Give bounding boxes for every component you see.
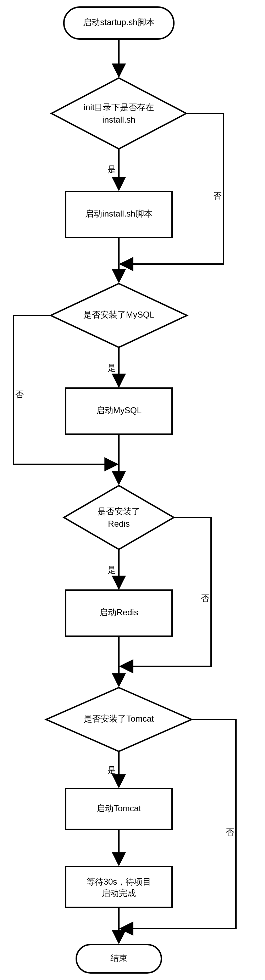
node-decision-redis: 是否安装了 Redis — [64, 485, 174, 549]
node-decision-install: init目录下是否存在 install.sh — [51, 78, 186, 149]
node-process-mysql: 启动MySQL — [65, 388, 172, 434]
dec-redis-line2: Redis — [108, 519, 129, 528]
label-decredis-yes: 是 — [107, 565, 116, 574]
svg-rect-9 — [65, 867, 172, 907]
dec-tomcat-text: 是否安装了Tomcat — [84, 714, 154, 723]
proc-install-text: 启动install.sh脚本 — [85, 209, 152, 218]
node-start: 启动startup.sh脚本 — [64, 7, 174, 39]
node-process-tomcat: 启动Tomcat — [65, 789, 172, 829]
dec-mysql-text: 是否安装了MySQL — [83, 310, 154, 319]
node-decision-mysql: 是否安装了MySQL — [51, 283, 187, 347]
svg-marker-1 — [51, 78, 186, 149]
node-process-redis: 启动Redis — [65, 590, 172, 636]
node-process-wait: 等待30s，待项目 启动完成 — [65, 867, 172, 907]
dec-install-line1: init目录下是否存在 — [84, 102, 154, 112]
proc-mysql-text: 启动MySQL — [96, 406, 142, 415]
node-decision-tomcat: 是否安装了Tomcat — [46, 687, 192, 751]
node-process-install: 启动install.sh脚本 — [65, 191, 172, 237]
proc-tomcat-text: 启动Tomcat — [96, 803, 141, 813]
proc-redis-text: 启动Redis — [99, 608, 138, 617]
svg-marker-5 — [64, 485, 174, 549]
start-text: 启动startup.sh脚本 — [83, 18, 154, 27]
label-dectomcat-yes: 是 — [107, 765, 116, 775]
dec-install-line2: install.sh — [102, 115, 135, 124]
dec-redis-line1: 是否安装了 — [97, 506, 140, 516]
label-decmysql-no: 否 — [15, 390, 24, 399]
label-dectomcat-no: 否 — [226, 827, 234, 837]
label-decinstall-no: 否 — [213, 191, 222, 200]
end-text: 结束 — [110, 953, 127, 963]
proc-wait-line1: 等待30s，待项目 — [86, 877, 152, 886]
flowchart: 启动startup.sh脚本 init目录下是否存在 install.sh 启动… — [0, 0, 265, 980]
label-decmysql-yes: 是 — [107, 363, 116, 372]
node-end: 结束 — [76, 945, 161, 973]
label-decinstall-yes: 是 — [107, 164, 116, 174]
label-decredis-no: 否 — [201, 593, 209, 603]
proc-wait-line2: 启动完成 — [102, 888, 136, 898]
